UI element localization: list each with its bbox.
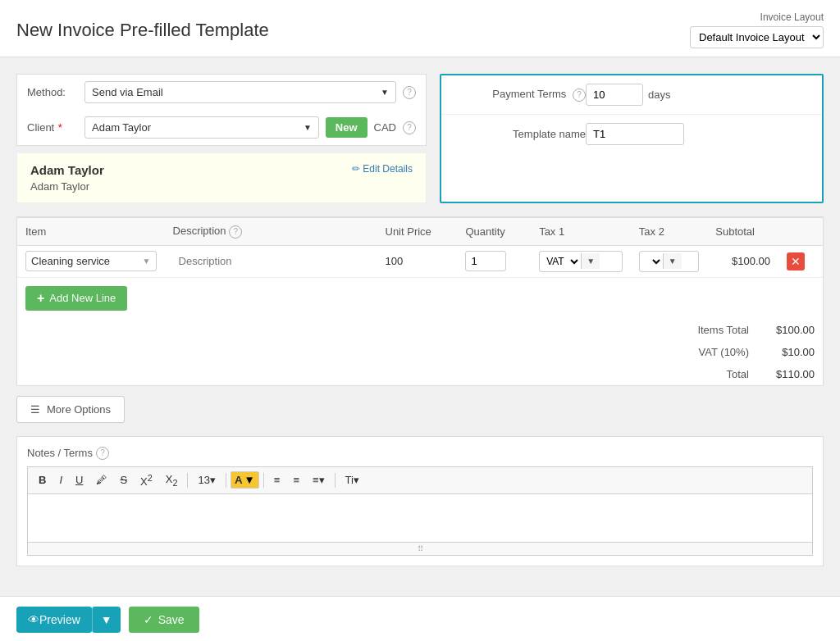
payment-terms-label: Payment Terms ?: [454, 88, 586, 102]
cad-label: CAD: [374, 121, 396, 134]
new-client-button[interactable]: New: [326, 117, 368, 138]
description-input[interactable]: [173, 251, 369, 271]
client-chevron-icon: ▼: [304, 123, 312, 132]
col-subtotal: Subtotal: [707, 218, 778, 246]
template-name-input[interactable]: [586, 123, 684, 145]
tax1-dropdown-btn[interactable]: ▼: [581, 253, 600, 269]
tax2-select[interactable]: [640, 252, 663, 271]
top-section: Method: Send via Email ▼ ? Client *: [16, 74, 824, 203]
left-form: Method: Send via Email ▼ ? Client *: [16, 74, 427, 146]
strikethrough-button[interactable]: S: [114, 471, 133, 489]
client-label: Client *: [27, 121, 84, 134]
font-color-icon: A: [235, 474, 243, 486]
left-column: Method: Send via Email ▼ ? Client *: [16, 74, 427, 203]
font-size-button[interactable]: 13▾: [192, 471, 221, 489]
payment-terms-input-group: days: [586, 84, 809, 106]
save-button[interactable]: ✓ Save: [129, 607, 199, 633]
font-button[interactable]: 🖉: [90, 471, 112, 489]
required-indicator: *: [55, 121, 62, 134]
payment-terms-input[interactable]: [586, 84, 643, 106]
hamburger-icon: ☰: [30, 403, 40, 416]
col-tax1: Tax 1: [531, 218, 631, 246]
notes-editor[interactable]: [27, 493, 813, 543]
tax2-dropdown-btn[interactable]: ▼: [663, 253, 682, 269]
method-select[interactable]: Send via Email ▼: [84, 81, 396, 103]
unit-price-cell: 100: [377, 245, 458, 277]
notes-label: Notes / Terms ?: [27, 447, 813, 460]
method-control: Send via Email ▼ ?: [84, 81, 416, 103]
client-row: Client * Adam Taylor ▼ New CAD ?: [17, 110, 426, 145]
invoice-layout-dropdown[interactable]: Default Invoice Layout: [691, 27, 823, 48]
notes-section: Notes / Terms ? B I U 🖉 S X2 X2 13▾ A ▼: [16, 436, 824, 566]
more-options-label: More Options: [47, 403, 111, 416]
italic-button[interactable]: I: [53, 471, 68, 489]
preview-dropdown-button[interactable]: ▼: [92, 607, 121, 633]
description-help-icon[interactable]: ?: [229, 225, 242, 239]
notes-help-icon[interactable]: ?: [96, 447, 109, 460]
align-button[interactable]: ≡▾: [307, 471, 331, 489]
notes-resize-handle[interactable]: ⠿: [27, 543, 813, 556]
col-actions: [778, 218, 823, 246]
method-label: Method:: [27, 86, 84, 98]
insert-button[interactable]: Ti▾: [340, 471, 365, 489]
delete-cell: ✕: [778, 245, 823, 277]
client-help-icon[interactable]: ?: [403, 121, 416, 134]
save-label: Save: [158, 613, 185, 626]
item-dropdown[interactable]: Cleaning service ▼: [25, 251, 157, 271]
client-info-box: ✏ Edit Details Adam Taylor Adam Taylor: [16, 152, 427, 203]
item-chevron-icon: ▼: [143, 257, 151, 266]
client-select[interactable]: Adam Taylor ▼: [84, 116, 319, 139]
client-control: Adam Taylor ▼ New CAD ?: [84, 116, 416, 139]
subscript-button[interactable]: X2: [160, 471, 184, 490]
quantity-cell: [457, 245, 531, 277]
item-cell: Cleaning service ▼: [17, 245, 165, 277]
template-name-input-group: [586, 123, 809, 145]
ordered-list-button[interactable]: ≡: [287, 471, 305, 489]
right-panel: Payment Terms ? days Template name: [440, 74, 824, 203]
toolbar-separator-4: [335, 473, 336, 488]
color-dropdown-icon: ▼: [244, 474, 255, 486]
vat-value: $10.00: [757, 341, 823, 363]
col-description: Description ?: [165, 218, 377, 246]
page-footer: 👁 Preview ▼ ✓ Save: [0, 596, 840, 641]
totals-table: Items Total $100.00 VAT (10%) $10.00 Tot…: [17, 319, 823, 385]
preview-button[interactable]: 👁 Preview: [16, 607, 92, 633]
add-new-line-row: + Add New Line: [17, 278, 823, 319]
items-section: Item Description ? Unit Price Quantity T…: [16, 216, 824, 386]
quantity-input[interactable]: [465, 251, 506, 271]
items-total-row: Items Total $100.00: [17, 319, 823, 341]
superscript-button[interactable]: X2: [135, 471, 158, 490]
payment-terms-help-icon[interactable]: ?: [573, 89, 586, 102]
notes-toolbar: B I U 🖉 S X2 X2 13▾ A ▼ ≡ ≡ ≡▾ Ti▾: [27, 466, 813, 493]
table-header-row: Item Description ? Unit Price Quantity T…: [17, 218, 823, 246]
total-row: Total $110.00: [17, 363, 823, 385]
invoice-layout-label: Invoice Layout: [760, 11, 824, 23]
item-select-group: Cleaning service ▼: [25, 251, 157, 271]
days-label: days: [648, 89, 670, 101]
toolbar-separator-1: [187, 473, 188, 488]
bold-button[interactable]: B: [33, 471, 52, 489]
client-value: Adam Taylor: [92, 121, 151, 134]
items-total-value: $100.00: [757, 319, 823, 341]
col-item: Item: [17, 218, 165, 246]
subtotal-cell: $100.00: [707, 245, 778, 277]
template-name-label: Template name: [454, 128, 586, 140]
add-new-line-button[interactable]: + Add New Line: [25, 286, 127, 311]
col-unit-price: Unit Price: [377, 218, 458, 246]
font-color-button[interactable]: A ▼: [231, 471, 259, 489]
item-value: Cleaning service: [31, 255, 110, 267]
col-tax2: Tax 2: [631, 218, 707, 246]
more-options-button[interactable]: ☰ More Options: [16, 396, 125, 423]
preview-arrow-icon: ▼: [101, 613, 112, 626]
tax1-select[interactable]: VAT: [540, 252, 581, 271]
invoice-layout-select[interactable]: Default Invoice Layout: [690, 26, 824, 48]
method-value: Send via Email: [92, 86, 163, 98]
method-help-icon[interactable]: ?: [403, 86, 416, 99]
edit-details-link[interactable]: ✏ Edit Details: [352, 163, 413, 175]
delete-row-button[interactable]: ✕: [787, 252, 805, 270]
preview-button-group: 👁 Preview ▼: [16, 607, 121, 633]
underline-button[interactable]: U: [70, 471, 89, 489]
client-name-sub: Adam Taylor: [30, 180, 413, 193]
method-chevron-icon: ▼: [381, 88, 389, 97]
unordered-list-button[interactable]: ≡: [268, 471, 286, 489]
